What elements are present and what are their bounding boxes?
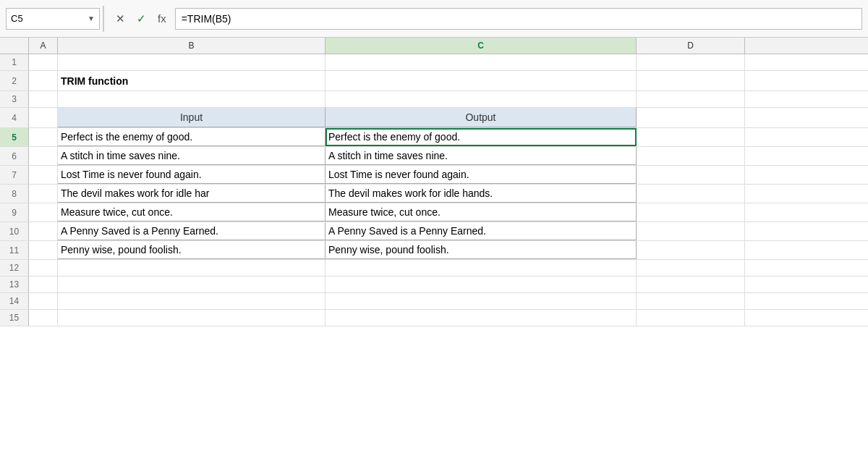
row-number: 6 (0, 147, 29, 165)
cell-C12[interactable] (326, 260, 637, 276)
table-row: 3 (0, 91, 868, 108)
cell-D9[interactable] (637, 203, 745, 221)
cell-B13[interactable] (58, 276, 326, 292)
cell-B3[interactable] (58, 91, 326, 107)
cell-C9[interactable]: Measure twice, cut once. (326, 203, 637, 221)
row-number: 7 (0, 166, 29, 184)
table-row: 8 The devil makes work for idle har The … (0, 185, 868, 203)
cell-A7[interactable] (29, 166, 58, 184)
cell-B8[interactable]: The devil makes work for idle har (58, 185, 326, 203)
table-row: 1 (0, 54, 868, 71)
cell-D4[interactable] (637, 108, 745, 127)
name-box[interactable]: C5 ▼ (6, 8, 100, 30)
cell-A4[interactable] (29, 108, 58, 127)
table-row: 11 Penny wise, pound foolish. Penny wise… (0, 241, 868, 260)
cell-A2[interactable] (29, 71, 58, 90)
cell-C14[interactable] (326, 293, 637, 309)
name-box-dropdown-icon[interactable]: ▼ (88, 14, 95, 22)
table-row: 4 Input Output (0, 108, 868, 128)
cell-reference: C5 (11, 13, 23, 24)
cell-A6[interactable] (29, 147, 58, 165)
cell-D13[interactable] (637, 276, 745, 292)
cell-C7[interactable]: Lost Time is never found again. (326, 166, 637, 184)
cell-C2[interactable] (326, 71, 637, 90)
cell-A13[interactable] (29, 276, 58, 292)
cell-A5[interactable] (29, 128, 58, 146)
cell-D5[interactable] (637, 128, 745, 146)
table-row: 6 A stitch in time saves nine. A stitch … (0, 147, 868, 166)
cell-D10[interactable] (637, 222, 745, 240)
cell-C1[interactable] (326, 54, 637, 70)
cell-B1[interactable] (58, 54, 326, 70)
cell-D7[interactable] (637, 166, 745, 184)
table-row: 10 A Penny Saved is a Penny Earned. A Pe… (0, 222, 868, 241)
cell-B7[interactable]: Lost Time is never found again. (58, 166, 326, 184)
table-row: 14 (0, 293, 868, 310)
cell-D15[interactable] (637, 310, 745, 326)
cell-A15[interactable] (29, 310, 58, 326)
column-headers: A B C D (0, 38, 868, 54)
cell-A3[interactable] (29, 91, 58, 107)
cell-B9[interactable]: Measure twice, cut once. (58, 203, 326, 221)
cell-D11[interactable] (637, 241, 745, 259)
cell-A10[interactable] (29, 222, 58, 240)
cell-D8[interactable] (637, 185, 745, 203)
cell-D14[interactable] (637, 293, 745, 309)
col-header-C[interactable]: C (326, 38, 637, 54)
row-number: 14 (0, 293, 29, 309)
formula-icons: ✕ ✓ fx (113, 11, 169, 27)
row-number: 5 (0, 128, 29, 146)
cell-B5[interactable]: Perfect is the enemy of good. (58, 128, 326, 146)
cell-A11[interactable] (29, 241, 58, 259)
cell-B11[interactable]: Penny wise, pound foolish. (58, 241, 326, 259)
cell-C15[interactable] (326, 310, 637, 326)
cell-B15[interactable] (58, 310, 326, 326)
cell-B4[interactable]: Input (58, 108, 326, 127)
cell-A8[interactable] (29, 185, 58, 203)
row-number: 9 (0, 203, 29, 221)
cell-C11[interactable]: Penny wise, pound foolish. (326, 241, 637, 259)
row-number: 15 (0, 310, 29, 326)
cell-C3[interactable] (326, 91, 637, 107)
cell-D12[interactable] (637, 260, 745, 276)
table-row: 9 Measure twice, cut once. Measure twice… (0, 203, 868, 222)
cell-D2[interactable] (637, 71, 745, 90)
cell-B14[interactable] (58, 293, 326, 309)
cell-B6[interactable]: A stitch in time saves nine. (58, 147, 326, 165)
col-header-D[interactable]: D (637, 38, 745, 54)
formula-bar: C5 ▼ ✕ ✓ fx =TRIM(B5) (0, 0, 868, 38)
row-number: 4 (0, 108, 29, 127)
cell-C10[interactable]: A Penny Saved is a Penny Earned. (326, 222, 637, 240)
confirm-formula-icon[interactable]: ✓ (134, 11, 149, 27)
cancel-formula-icon[interactable]: ✕ (113, 11, 128, 27)
col-header-B[interactable]: B (58, 38, 326, 54)
cell-B10[interactable]: A Penny Saved is a Penny Earned. (58, 222, 326, 240)
cell-D6[interactable] (637, 147, 745, 165)
table-row: 13 (0, 276, 868, 293)
table-row: 15 (0, 310, 868, 326)
table-row: 7 Lost Time is never found again. Lost T… (0, 166, 868, 185)
formula-input[interactable]: =TRIM(B5) (175, 8, 862, 30)
cell-A1[interactable] (29, 54, 58, 70)
fx-icon[interactable]: fx (155, 11, 169, 26)
cell-C8[interactable]: The devil makes work for idle hands. (326, 185, 637, 203)
cell-C6[interactable]: A stitch in time saves nine. (326, 147, 637, 165)
grid-body: 1 2 TRIM function 3 4 Input Outp (0, 54, 868, 326)
cell-A14[interactable] (29, 293, 58, 309)
row-number: 8 (0, 185, 29, 203)
cell-C5[interactable]: Perfect is the enemy of good. (326, 128, 637, 146)
cell-D1[interactable] (637, 54, 745, 70)
row-number: 2 (0, 71, 29, 90)
col-header-A[interactable]: A (29, 38, 58, 54)
cell-B12[interactable] (58, 260, 326, 276)
row-number: 13 (0, 276, 29, 292)
row-number: 1 (0, 54, 29, 70)
cell-C4[interactable]: Output (326, 108, 637, 127)
cell-D3[interactable] (637, 91, 745, 107)
cell-C13[interactable] (326, 276, 637, 292)
cell-B2[interactable]: TRIM function (58, 71, 326, 90)
spreadsheet: A B C D 1 2 TRIM function 3 (0, 38, 868, 456)
corner-cell (0, 38, 29, 54)
cell-A12[interactable] (29, 260, 58, 276)
cell-A9[interactable] (29, 203, 58, 221)
